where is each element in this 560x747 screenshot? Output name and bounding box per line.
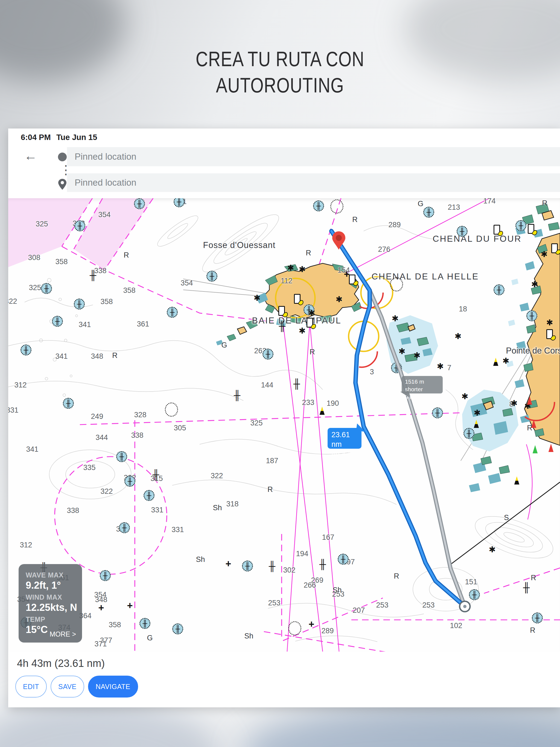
back-arrow-icon[interactable]: ← (24, 149, 37, 162)
destination-pin-icon (57, 178, 67, 191)
status-time: 6:04 PM (21, 133, 51, 142)
route-duration: 4h 43m (331, 449, 361, 459)
screenshot-root: CREA TU RUTA CON AUTOROUTING 6:04 PM Tue… (0, 0, 560, 747)
origin-input[interactable] (67, 147, 560, 166)
weather-widget[interactable]: WAVE MAX 9.2ft, 1° WIND MAX 12.25kts, N … (19, 564, 82, 643)
wind-max-label: WIND MAX (26, 593, 82, 601)
background-blur-blob (240, 708, 560, 747)
title-line-2: AUTOROUTING (50, 72, 509, 98)
route-line-alt[interactable] (331, 231, 465, 607)
wind-max-value: 12.25kts, N (26, 602, 82, 613)
route-distance: 23.61 nm (331, 430, 361, 449)
wave-max-value: 9.2ft, 1° (26, 579, 82, 591)
weather-more-link[interactable]: MORE > (50, 630, 76, 638)
callout-pointer (356, 423, 366, 432)
route-action-bar: 4h 43m (23.61 nm) EDIT SAVE NAVIGATE (8, 651, 560, 707)
temp-label: TEMP (26, 616, 82, 623)
destination-input[interactable] (67, 173, 560, 192)
origin-dot-icon (58, 153, 67, 161)
route-layer (8, 198, 560, 651)
route-buttons: EDIT SAVE NAVIGATE (15, 676, 138, 697)
nautical-chart[interactable]: 3413543583252131742892763083583383583253… (8, 198, 560, 651)
navigate-button[interactable]: NAVIGATE (88, 676, 138, 697)
title-line-1: CREA TU RUTA CON (50, 46, 509, 72)
alternative-route-callout[interactable]: 1516 m shorter 9 min faster (402, 376, 443, 393)
edit-button[interactable]: EDIT (15, 676, 47, 697)
route-summary-callout[interactable]: 23.61 nm 4h 43m (328, 428, 361, 449)
route-summary-text: 4h 43m (23.61 nm) (17, 658, 105, 669)
callout-pointer (400, 391, 409, 398)
status-date: Tue Jun 15 (56, 133, 97, 142)
status-bar: 6:04 PM Tue Jun 15 (8, 129, 560, 146)
alt-route-line1: 1516 m shorter (405, 378, 443, 393)
wave-max-label: WAVE MAX (26, 571, 82, 579)
device-screenshot: 6:04 PM Tue Jun 15 ← ⋮ (8, 129, 560, 707)
save-button[interactable]: SAVE (51, 676, 84, 697)
marketing-title: CREA TU RUTA CON AUTOROUTING (50, 46, 509, 98)
alt-route-line2: 9 min faster (405, 393, 443, 401)
